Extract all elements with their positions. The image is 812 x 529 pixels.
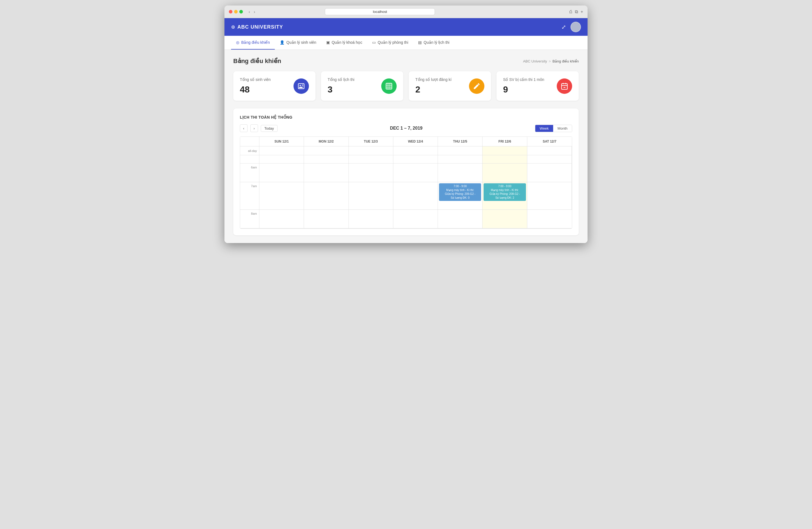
cal-header-thu: THU 12/5: [438, 137, 482, 146]
8am-sun: [259, 210, 304, 228]
nav-item-students[interactable]: 👤 Quản lý sinh viên: [275, 36, 321, 49]
stat-icon-students: [293, 78, 309, 94]
browser-chrome: ‹ › localhost ⎙ ⧉ +: [224, 5, 588, 18]
cal-header-sat: SAT 12/7: [527, 137, 572, 146]
svg-rect-4: [386, 83, 392, 89]
6am-wed: [393, 163, 438, 182]
browser-forward-button[interactable]: ›: [252, 9, 257, 15]
stat-card-registrations: Tổng số lượt đăng kí 2: [409, 71, 491, 101]
nav-label-dashboard: Bảng điều khiển: [241, 40, 270, 45]
stats-grid: Tổng số sinh viên 48: [233, 71, 579, 101]
event-fri-mmt[interactable]: 7:00 - 9:00 Mạng máy tính - Kì thi: Giữa…: [483, 183, 526, 201]
browser-actions: ⎙ ⧉ +: [569, 9, 583, 14]
share-icon[interactable]: ⎙: [569, 9, 572, 14]
calendar-section: LỊCH THI TOÀN HỆ THỐNG ‹ › Today DEC 1 –…: [233, 109, 579, 235]
stat-card-banned: Số SV bị cấm thi 1 môn 9: [496, 71, 579, 101]
new-tab-icon[interactable]: +: [581, 9, 583, 14]
cal-week-button[interactable]: Week: [535, 125, 553, 132]
page-content: Bảng điều khiển ABC University > Bảng đi…: [224, 50, 588, 243]
nav-label-courses: Quản lý khoá học: [332, 40, 362, 45]
logo-icon: ⊕: [231, 24, 235, 30]
pre6am-thu: [438, 155, 482, 163]
allday-label: all-day: [240, 146, 259, 155]
8am-tue: [349, 210, 393, 228]
cal-month-button[interactable]: Month: [553, 125, 572, 132]
cal-header-mon: MON 12/2: [304, 137, 348, 146]
8am-sat: [527, 210, 572, 228]
stat-info-schedules: Tổng số lịch thi 3: [328, 77, 354, 95]
allday-tue: [349, 146, 393, 155]
allday-mon: [304, 146, 348, 155]
cal-view-buttons: Week Month: [535, 125, 572, 132]
6am-mon: [304, 163, 348, 182]
nav-item-courses[interactable]: ▣ Quản lý khoá học: [321, 36, 367, 49]
svg-point-1: [300, 85, 301, 86]
pre6am-tue: [349, 155, 393, 163]
calendar-body: all-day: [240, 146, 572, 228]
7am-label: 7am: [240, 182, 259, 210]
exam-rooms-icon: ▭: [372, 40, 376, 45]
stat-label-students: Tổng số sinh viên: [240, 77, 271, 82]
browser-window: ‹ › localhost ⎙ ⧉ + ⊕ ABC UNIVERSITY ⤢: [224, 5, 588, 243]
6am-sat: [527, 163, 572, 182]
6am-label: 6am: [240, 163, 259, 182]
allday-sun: [259, 146, 304, 155]
nav-item-dashboard[interactable]: ◎ Bảng điều khiển: [231, 36, 275, 49]
browser-nav-buttons: ‹ ›: [247, 9, 256, 15]
address-text: localhost: [373, 10, 387, 14]
nav-label-exam-schedule: Quản lý lịch thi: [424, 40, 449, 45]
courses-icon: ▣: [326, 40, 330, 45]
8am-wed: [393, 210, 438, 228]
traffic-lights: [229, 10, 243, 14]
8am-thu: [438, 210, 482, 228]
expand-icon[interactable]: ⤢: [562, 24, 566, 30]
page-header: Bảng điều khiển ABC University > Bảng đi…: [233, 58, 579, 65]
avatar[interactable]: [570, 22, 581, 32]
allday-fri: [482, 146, 527, 155]
stat-label-registrations: Tổng số lượt đăng kí: [415, 77, 452, 82]
cal-header-fri: FRI 12/6: [482, 137, 527, 146]
stat-value-registrations: 2: [415, 85, 452, 95]
allday-sat: [527, 146, 572, 155]
cal-header-sun: SUN 12/1: [259, 137, 304, 146]
7am-wed: [393, 182, 438, 210]
nav-label-students: Quản lý sinh viên: [286, 40, 316, 45]
8am-fri: [482, 210, 527, 228]
pre6am-sun: [259, 155, 304, 163]
7am-fri: 7:00 - 9:00 Mạng máy tính - Kì thi: Giữa…: [482, 182, 527, 210]
calendar-grid: SUN 12/1 MON 12/2 TUE 12/3 WED 12/4 THU …: [240, 137, 572, 229]
stat-info-registrations: Tổng số lượt đăng kí 2: [415, 77, 452, 95]
calendar-toolbar: ‹ › Today DEC 1 – 7, 2019 Week Month: [240, 125, 572, 132]
cal-today-button[interactable]: Today: [261, 125, 277, 132]
maximize-button[interactable]: [239, 10, 243, 14]
stat-value-students: 48: [240, 85, 271, 95]
app: ⊕ ABC UNIVERSITY ⤢ ◎ Bảng điều khiển 👤 Q…: [224, 18, 588, 243]
svg-rect-9: [562, 83, 567, 89]
calendar-header-row: SUN 12/1 MON 12/2 TUE 12/3 WED 12/4 THU …: [240, 137, 572, 146]
7am-sat: [527, 182, 572, 210]
6am-tue: [349, 163, 393, 182]
page-title: Bảng điều khiển: [233, 58, 281, 65]
pre6am-mon: [304, 155, 348, 163]
cal-prev-button[interactable]: ‹: [240, 125, 248, 132]
dashboard-icon: ◎: [236, 40, 239, 45]
8am-label: 8am: [240, 210, 259, 228]
duplicate-icon[interactable]: ⧉: [575, 9, 578, 14]
close-button[interactable]: [229, 10, 232, 14]
nav-item-exam-rooms[interactable]: ▭ Quản lý phòng thi: [367, 36, 413, 49]
app-header-right: ⤢: [562, 22, 581, 32]
stat-card-students: Tổng số sinh viên 48: [233, 71, 316, 101]
address-bar[interactable]: localhost: [325, 8, 435, 15]
app-nav: ◎ Bảng điều khiển 👤 Quản lý sinh viên ▣ …: [224, 36, 588, 50]
7am-sun: [259, 182, 304, 210]
stat-icon-banned: [557, 78, 572, 94]
7am-tue: [349, 182, 393, 210]
nav-item-exam-schedule[interactable]: ▤ Quản lý lịch thi: [413, 36, 454, 49]
minimize-button[interactable]: [234, 10, 238, 14]
event-thu-mmt[interactable]: 7:00 - 9:00 Mạng máy tính - Kì thi: Giữa…: [439, 183, 481, 201]
cal-next-button[interactable]: ›: [250, 125, 258, 132]
stat-label-banned: Số SV bị cấm thi 1 môn: [503, 77, 545, 82]
stat-label-schedules: Tổng số lịch thi: [328, 77, 354, 82]
browser-back-button[interactable]: ‹: [247, 9, 251, 15]
stat-card-schedules: Tổng số lịch thi 3: [321, 71, 403, 101]
